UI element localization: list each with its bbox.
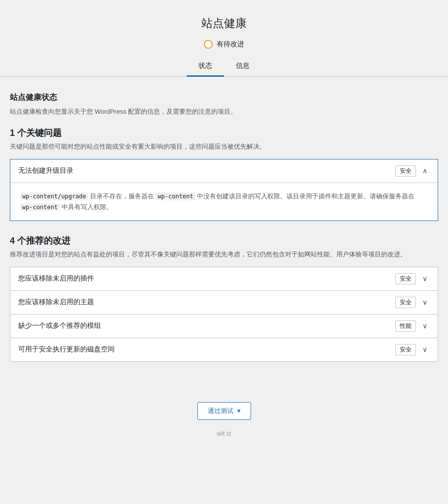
accordion-header-inactive-plugins[interactable]: 您应该移除未启用的插件 安全 ∨ [10,267,438,290]
pass-tests-button[interactable]: 通过测试 ▾ [197,402,251,420]
critical-issues-group: 1 个关键问题 关键问题是那些可能对您的站点性能或安全有重大影响的项目，这些问题… [10,127,438,221]
accordion-title-upgrade-dir: 无法创建升级目录 [18,166,73,175]
accordion-right-upgrade-dir: 安全 ∧ [395,165,430,177]
status-label: 有待改进 [217,40,244,49]
accordion-right-missing-modules: 性能 ∨ [395,320,430,332]
accordion-header-inactive-themes[interactable]: 您应该移除未启用的主题 安全 ∨ [10,291,438,314]
badge-inactive-themes: 安全 [395,297,416,308]
page-title: 站点健康 [0,16,448,31]
accordion-title-disk-space: 可用于安全执行更新的磁盘空间 [18,345,115,354]
recommended-title: 4 个推荐的改进 [10,235,438,247]
badge-upgrade-dir: 安全 [395,165,416,177]
pass-tests-chevron-icon: ▾ [237,407,241,414]
accordion-right-disk-space: 安全 ∨ [395,344,430,355]
accordion-header-upgrade-dir[interactable]: 无法创建升级目录 安全 ∧ [10,159,438,183]
critical-issues-desc: 关键问题是那些可能对您的站点性能或安全有重大影响的项目，这些问题应当被优先解决。 [10,142,438,152]
accordion-title-inactive-themes: 您应该移除未启用的主题 [18,298,94,307]
accordion-item-upgrade-dir: 无法创建升级目录 安全 ∧ wp-content/upgrade 目录不存在，服… [10,159,438,221]
accordion-body-upgrade-dir: wp-content/upgrade 目录不存在，服务器在 wp-content… [10,183,438,220]
accordion-item-disk-space: 可用于安全执行更新的磁盘空间 安全 ∨ [10,338,438,362]
chevron-down-icon-2: ∨ [420,322,430,330]
accordion-title-inactive-plugins: 您应该移除未启用的插件 [18,274,94,283]
chevron-down-icon-0: ∨ [420,275,430,283]
badge-missing-modules: 性能 [395,320,416,332]
bottom-area: 通过测试 ▾ [0,387,448,430]
pass-tests-label: 通过测试 [208,407,233,415]
badge-inactive-plugins: 安全 [395,273,416,284]
accordion-item-missing-modules: 缺少一个或多个推荐的模组 性能 ∨ [10,315,438,338]
accordion-header-disk-space[interactable]: 可用于安全执行更新的磁盘空间 安全 ∨ [10,338,438,361]
accordion-item-inactive-themes: 您应该移除未启用的主题 安全 ∨ [10,291,438,315]
tab-info[interactable]: 信息 [224,58,261,77]
status-circle-icon [204,40,213,49]
accordion-title-missing-modules: 缺少一个或多个推荐的模组 [18,321,101,330]
health-section-heading: 站点健康状态 [10,93,438,103]
chevron-up-icon: ∧ [420,167,430,175]
health-status-section: 站点健康状态 站点健康检查向您显示关于您 WordPress 配置的信息，及需要… [10,93,438,117]
accordion-right-inactive-themes: 安全 ∨ [395,297,430,308]
tab-status[interactable]: 状态 [187,58,224,77]
tabs-bar: 状态 信息 [0,58,448,77]
main-content: 站点健康状态 站点健康检查向您显示关于您 WordPress 配置的信息，及需要… [0,77,448,387]
badge-disk-space: 安全 [395,344,416,355]
critical-issues-title: 1 个关键问题 [10,127,438,139]
health-section-desc: 站点健康检查向您显示关于您 WordPress 配置的信息，及需要您的注意的项目… [10,107,438,117]
chevron-down-icon-1: ∨ [420,298,430,306]
footer-watermark: wit iz [0,430,448,442]
recommended-desc: 推荐改进项目是对您的站点有益处的项目，尽管其不像关键问题那样需要优先考虑，它们仍… [10,250,438,260]
accordion-item-inactive-plugins: 您应该移除未启用的插件 安全 ∨ [10,267,438,291]
recommended-group: 4 个推荐的改进 推荐改进项目是对您的站点有益处的项目，尽管其不像关键问题那样需… [10,235,438,362]
accordion-right-inactive-plugins: 安全 ∨ [395,273,430,284]
chevron-down-icon-3: ∨ [420,346,430,353]
accordion-header-missing-modules[interactable]: 缺少一个或多个推荐的模组 性能 ∨ [10,315,438,338]
